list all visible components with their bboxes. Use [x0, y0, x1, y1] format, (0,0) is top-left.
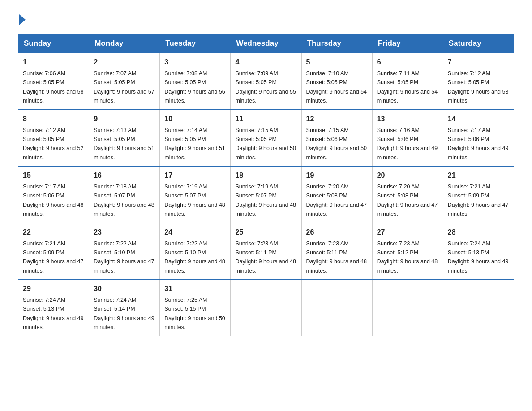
calendar-header-tuesday: Tuesday: [160, 34, 231, 53]
day-info: Sunrise: 7:15 AMSunset: 5:06 PMDaylight:…: [306, 127, 367, 161]
calendar-day-cell: 22 Sunrise: 7:21 AMSunset: 5:09 PMDaylig…: [18, 223, 89, 280]
day-number: 20: [377, 170, 438, 181]
day-info: Sunrise: 7:21 AMSunset: 5:09 PMDaylight:…: [448, 184, 509, 217]
day-number: 9: [94, 114, 155, 124]
day-info: Sunrise: 7:14 AMSunset: 5:05 PMDaylight:…: [164, 127, 225, 161]
day-info: Sunrise: 7:18 AMSunset: 5:07 PMDaylight:…: [94, 184, 154, 217]
day-info: Sunrise: 7:24 AMSunset: 5:13 PMDaylight:…: [448, 240, 509, 274]
day-number: 5: [306, 57, 368, 68]
day-info: Sunrise: 7:20 AMSunset: 5:08 PMDaylight:…: [377, 184, 438, 217]
day-info: Sunrise: 7:22 AMSunset: 5:10 PMDaylight:…: [94, 240, 154, 274]
day-info: Sunrise: 7:22 AMSunset: 5:10 PMDaylight:…: [164, 240, 225, 274]
calendar-day-cell: 14 Sunrise: 7:17 AMSunset: 5:06 PMDaylig…: [443, 110, 514, 167]
calendar-week-row: 29 Sunrise: 7:24 AMSunset: 5:13 PMDaylig…: [18, 279, 514, 336]
day-number: 30: [94, 283, 155, 294]
day-number: 17: [164, 170, 226, 181]
calendar-day-cell: 24 Sunrise: 7:22 AMSunset: 5:10 PMDaylig…: [160, 223, 231, 280]
calendar-day-cell: 6 Sunrise: 7:11 AMSunset: 5:05 PMDayligh…: [372, 53, 443, 110]
day-number: 26: [306, 227, 368, 238]
day-number: 1: [23, 57, 84, 68]
calendar-day-cell: 26 Sunrise: 7:23 AMSunset: 5:11 PMDaylig…: [301, 223, 372, 280]
calendar-header-monday: Monday: [89, 34, 160, 53]
calendar-week-row: 8 Sunrise: 7:12 AMSunset: 5:05 PMDayligh…: [18, 110, 514, 167]
day-info: Sunrise: 7:17 AMSunset: 5:06 PMDaylight:…: [23, 184, 84, 217]
day-info: Sunrise: 7:08 AMSunset: 5:05 PMDaylight:…: [164, 70, 225, 104]
day-info: Sunrise: 7:24 AMSunset: 5:13 PMDaylight:…: [23, 297, 84, 330]
calendar-empty-cell: [231, 279, 301, 336]
day-info: Sunrise: 7:19 AMSunset: 5:07 PMDaylight:…: [164, 184, 225, 217]
calendar-header-thursday: Thursday: [301, 34, 372, 53]
day-number: 27: [377, 227, 438, 238]
day-number: 25: [235, 227, 296, 238]
day-number: 10: [164, 114, 226, 124]
calendar-empty-cell: [443, 279, 514, 336]
day-number: 7: [448, 57, 509, 68]
calendar-day-cell: 9 Sunrise: 7:13 AMSunset: 5:05 PMDayligh…: [89, 110, 160, 167]
day-info: Sunrise: 7:12 AMSunset: 5:05 PMDaylight:…: [23, 127, 84, 161]
calendar-day-cell: 15 Sunrise: 7:17 AMSunset: 5:06 PMDaylig…: [18, 166, 89, 223]
day-number: 2: [94, 57, 155, 68]
calendar-day-cell: 20 Sunrise: 7:20 AMSunset: 5:08 PMDaylig…: [372, 166, 443, 223]
calendar-header-wednesday: Wednesday: [231, 34, 301, 53]
day-number: 13: [377, 114, 438, 124]
day-info: Sunrise: 7:16 AMSunset: 5:06 PMDaylight:…: [377, 127, 438, 161]
day-info: Sunrise: 7:12 AMSunset: 5:05 PMDaylight:…: [448, 70, 509, 104]
calendar-week-row: 15 Sunrise: 7:17 AMSunset: 5:06 PMDaylig…: [18, 166, 514, 223]
day-info: Sunrise: 7:17 AMSunset: 5:06 PMDaylight:…: [448, 127, 509, 161]
calendar-day-cell: 31 Sunrise: 7:25 AMSunset: 5:15 PMDaylig…: [160, 279, 231, 336]
day-info: Sunrise: 7:06 AMSunset: 5:05 PMDaylight:…: [23, 70, 84, 104]
calendar-week-row: 22 Sunrise: 7:21 AMSunset: 5:09 PMDaylig…: [18, 223, 514, 280]
calendar-day-cell: 10 Sunrise: 7:14 AMSunset: 5:05 PMDaylig…: [160, 110, 231, 167]
day-number: 22: [23, 227, 84, 238]
logo-arrow-icon: [19, 14, 26, 25]
calendar-day-cell: 30 Sunrise: 7:24 AMSunset: 5:14 PMDaylig…: [89, 279, 160, 336]
calendar-day-cell: 23 Sunrise: 7:22 AMSunset: 5:10 PMDaylig…: [89, 223, 160, 280]
day-info: Sunrise: 7:24 AMSunset: 5:14 PMDaylight:…: [94, 297, 154, 330]
day-info: Sunrise: 7:21 AMSunset: 5:09 PMDaylight:…: [23, 240, 84, 274]
day-info: Sunrise: 7:15 AMSunset: 5:05 PMDaylight:…: [235, 127, 296, 161]
calendar-day-cell: 4 Sunrise: 7:09 AMSunset: 5:05 PMDayligh…: [231, 53, 301, 110]
day-number: 8: [23, 114, 84, 124]
calendar-day-cell: 11 Sunrise: 7:15 AMSunset: 5:05 PMDaylig…: [231, 110, 301, 167]
day-info: Sunrise: 7:10 AMSunset: 5:05 PMDaylight:…: [306, 70, 367, 104]
calendar-empty-cell: [372, 279, 443, 336]
day-info: Sunrise: 7:23 AMSunset: 5:11 PMDaylight:…: [306, 240, 367, 274]
calendar-header-sunday: Sunday: [18, 34, 89, 53]
calendar-day-cell: 27 Sunrise: 7:23 AMSunset: 5:12 PMDaylig…: [372, 223, 443, 280]
calendar-header-friday: Friday: [372, 34, 443, 53]
calendar-header-saturday: Saturday: [443, 34, 514, 53]
calendar-header-row: SundayMondayTuesdayWednesdayThursdayFrid…: [18, 34, 514, 53]
calendar-day-cell: 2 Sunrise: 7:07 AMSunset: 5:05 PMDayligh…: [89, 53, 160, 110]
day-number: 3: [164, 57, 226, 68]
day-number: 31: [164, 283, 226, 294]
calendar-day-cell: 8 Sunrise: 7:12 AMSunset: 5:05 PMDayligh…: [18, 110, 89, 167]
calendar-day-cell: 25 Sunrise: 7:23 AMSunset: 5:11 PMDaylig…: [231, 223, 301, 280]
calendar-day-cell: 28 Sunrise: 7:24 AMSunset: 5:13 PMDaylig…: [443, 223, 514, 280]
calendar-day-cell: 12 Sunrise: 7:15 AMSunset: 5:06 PMDaylig…: [301, 110, 372, 167]
day-number: 11: [235, 114, 296, 124]
calendar-table: SundayMondayTuesdayWednesdayThursdayFrid…: [18, 34, 514, 336]
day-number: 29: [23, 283, 84, 294]
day-info: Sunrise: 7:11 AMSunset: 5:05 PMDaylight:…: [377, 70, 438, 104]
day-number: 14: [448, 114, 509, 124]
day-number: 24: [164, 227, 226, 238]
day-number: 6: [377, 57, 438, 68]
calendar-day-cell: 18 Sunrise: 7:19 AMSunset: 5:07 PMDaylig…: [231, 166, 301, 223]
day-info: Sunrise: 7:23 AMSunset: 5:12 PMDaylight:…: [377, 240, 438, 274]
calendar-week-row: 1 Sunrise: 7:06 AMSunset: 5:05 PMDayligh…: [18, 53, 514, 110]
calendar-day-cell: 7 Sunrise: 7:12 AMSunset: 5:05 PMDayligh…: [443, 53, 514, 110]
calendar-day-cell: 19 Sunrise: 7:20 AMSunset: 5:08 PMDaylig…: [301, 166, 372, 223]
logo: [18, 13, 26, 25]
day-info: Sunrise: 7:07 AMSunset: 5:05 PMDaylight:…: [94, 70, 154, 104]
calendar-day-cell: 16 Sunrise: 7:18 AMSunset: 5:07 PMDaylig…: [89, 166, 160, 223]
day-number: 23: [94, 227, 155, 238]
day-info: Sunrise: 7:20 AMSunset: 5:08 PMDaylight:…: [306, 184, 367, 217]
day-info: Sunrise: 7:25 AMSunset: 5:15 PMDaylight:…: [164, 297, 225, 330]
day-number: 18: [235, 170, 296, 181]
day-number: 16: [94, 170, 155, 181]
calendar-day-cell: 13 Sunrise: 7:16 AMSunset: 5:06 PMDaylig…: [372, 110, 443, 167]
calendar-day-cell: 1 Sunrise: 7:06 AMSunset: 5:05 PMDayligh…: [18, 53, 89, 110]
calendar-day-cell: 29 Sunrise: 7:24 AMSunset: 5:13 PMDaylig…: [18, 279, 89, 336]
page-header: [18, 13, 514, 25]
day-info: Sunrise: 7:09 AMSunset: 5:05 PMDaylight:…: [235, 70, 296, 104]
